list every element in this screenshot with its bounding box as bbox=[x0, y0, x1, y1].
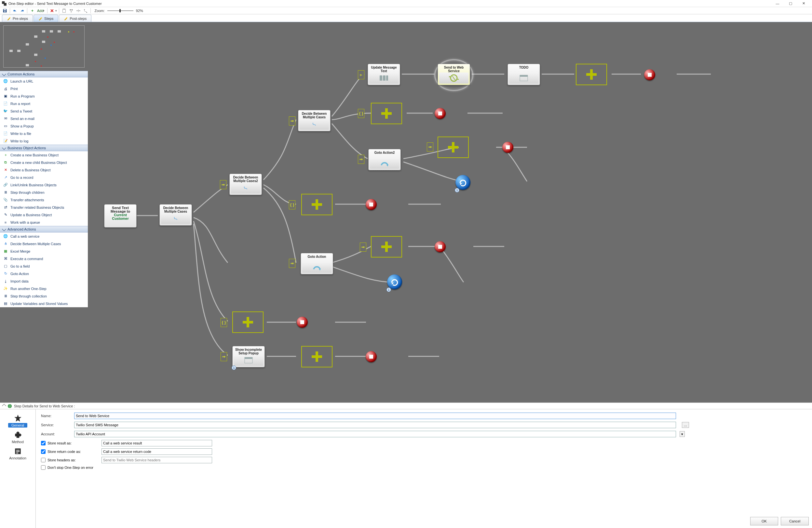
action-write-log[interactable]: 📝Write to log bbox=[0, 137, 88, 145]
node-goto-action[interactable]: Goto Action bbox=[301, 253, 333, 274]
node-todo[interactable]: TODO bbox=[508, 64, 540, 85]
window-close[interactable]: ✕ bbox=[797, 0, 810, 7]
action-run-program[interactable]: ▣Run a Program bbox=[0, 92, 88, 100]
add-step-placeholder[interactable] bbox=[301, 346, 333, 367]
node-decide-2[interactable]: Decide Between Multiple Cases2 bbox=[229, 174, 262, 195]
details-tab-annotation[interactable]: Annotation bbox=[3, 446, 32, 461]
action-work-queue[interactable]: ≡Work with a queue bbox=[0, 218, 88, 226]
node-send-web-service[interactable]: Send to Web Service bbox=[437, 64, 470, 85]
add-step-placeholder[interactable] bbox=[437, 137, 469, 158]
tab-pre-steps[interactable]: Pre-steps bbox=[2, 15, 33, 22]
dropdown-icon[interactable]: ▾ bbox=[680, 431, 685, 437]
input-store-code[interactable] bbox=[102, 448, 212, 455]
connector-stub[interactable]: ▹ bbox=[358, 70, 364, 79]
node-send-text-message[interactable]: Send Text Message to Current Customer bbox=[104, 204, 136, 228]
input-service[interactable] bbox=[74, 422, 676, 428]
end-node[interactable] bbox=[435, 241, 446, 252]
input-name[interactable] bbox=[74, 412, 676, 419]
plus-icon[interactable]: ＋ bbox=[29, 8, 35, 14]
distribute-icon[interactable] bbox=[75, 8, 81, 14]
connector-stub[interactable]: ⇒ bbox=[358, 155, 364, 164]
window-maximize[interactable]: ▢ bbox=[784, 0, 797, 7]
node-decide-3[interactable]: Decide Between Multiple Cases bbox=[298, 110, 331, 131]
minimap[interactable] bbox=[3, 25, 85, 67]
align-icon[interactable] bbox=[68, 8, 74, 14]
action-exec-command[interactable]: ⌘Execute a command bbox=[0, 255, 88, 262]
input-store-result[interactable] bbox=[102, 440, 212, 447]
action-create-child-bo[interactable]: ⧉Create a new child Business Object bbox=[0, 159, 88, 166]
end-node[interactable] bbox=[435, 108, 446, 119]
action-update-vars[interactable]: ▤Update Variables and Stored Values bbox=[0, 300, 88, 307]
node-decide-1[interactable]: Decide Between Multiple Cases bbox=[159, 204, 192, 226]
end-node[interactable] bbox=[644, 69, 655, 80]
action-delete-bo[interactable]: ✕Delete a Business Object bbox=[0, 166, 88, 174]
panel-common-actions[interactable]: Common Actions bbox=[0, 71, 88, 77]
undo-icon[interactable] bbox=[12, 8, 18, 14]
node-goto-action2[interactable]: Goto Action2 bbox=[368, 149, 401, 170]
connector-stub[interactable]: ⇒ bbox=[220, 352, 227, 361]
delete-icon[interactable]: ✕ bbox=[49, 8, 55, 13]
action-import-data[interactable]: ⭳Import data bbox=[0, 277, 88, 285]
details-tab-general[interactable]: General bbox=[3, 412, 32, 429]
end-node[interactable] bbox=[502, 142, 513, 153]
action-goto-record[interactable]: ↗Go to a record bbox=[0, 174, 88, 181]
action-show-popup[interactable]: ▭Show a Popup bbox=[0, 122, 88, 130]
branch-icon[interactable] bbox=[83, 8, 88, 14]
panel-bo-actions[interactable]: Business Object Actions bbox=[0, 145, 88, 151]
details-header[interactable]: Step Details for Send to Web Service : bbox=[0, 403, 812, 409]
action-run-onestep[interactable]: ✨Run another One-Step bbox=[0, 285, 88, 292]
action-run-report[interactable]: 📄Run a report bbox=[0, 100, 88, 107]
action-step-children[interactable]: ≣Step through children bbox=[0, 188, 88, 196]
add-step-placeholder[interactable] bbox=[371, 103, 402, 124]
node-show-popup[interactable]: Show Incomplete Setup Popup bbox=[232, 346, 265, 367]
input-store-headers[interactable] bbox=[102, 457, 212, 463]
chk-store-headers[interactable] bbox=[41, 458, 45, 462]
connector-stub[interactable]: ⇒ bbox=[427, 142, 433, 151]
connector-stub[interactable]: ⇒ bbox=[220, 180, 227, 189]
add-step-placeholder[interactable] bbox=[232, 312, 263, 333]
cancel-button[interactable]: Cancel bbox=[781, 517, 809, 525]
action-update-bo[interactable]: ✎Update a Business Object bbox=[0, 211, 88, 218]
action-send-email[interactable]: ✉Send an e-mail bbox=[0, 115, 88, 122]
node-update-message[interactable]: Update Message Text bbox=[367, 64, 400, 85]
action-send-tweet[interactable]: 🐦Send a Tweet bbox=[0, 107, 88, 115]
zoom-thumb[interactable] bbox=[119, 9, 121, 12]
window-minimize[interactable]: — bbox=[771, 0, 784, 7]
ok-button[interactable]: OK bbox=[750, 517, 778, 525]
add-step-placeholder[interactable] bbox=[576, 64, 607, 85]
connector-stub[interactable]: ⇒ bbox=[289, 259, 295, 268]
end-node[interactable] bbox=[297, 317, 308, 328]
chk-store-result[interactable] bbox=[41, 441, 45, 446]
action-call-webservice[interactable]: 🌐Call a web service bbox=[0, 232, 88, 240]
action-goto-action[interactable]: ↻Goto Action bbox=[0, 270, 88, 277]
action-transfer-attach[interactable]: 📎Transfer attachments bbox=[0, 196, 88, 203]
action-transfer-related[interactable]: ⇄Transfer related Business Objects bbox=[0, 203, 88, 211]
clipboard-icon[interactable] bbox=[61, 8, 67, 14]
end-node[interactable] bbox=[366, 351, 377, 362]
action-step-collection[interactable]: ≣Step through collection bbox=[0, 292, 88, 300]
input-account[interactable] bbox=[74, 431, 676, 437]
connector-stub[interactable]: ⇒ bbox=[360, 243, 366, 252]
add-step-placeholder[interactable] bbox=[371, 236, 402, 257]
redo-icon[interactable] bbox=[19, 8, 25, 14]
panel-adv-actions[interactable]: Advanced Actions bbox=[0, 226, 88, 232]
workflow-canvas[interactable]: Send Text Message to Current Customer De… bbox=[88, 22, 812, 403]
details-tab-method[interactable]: Method bbox=[3, 429, 32, 445]
action-goto-field[interactable]: ▢Go to a field bbox=[0, 262, 88, 270]
action-launch-url[interactable]: 🌐Launch a URL bbox=[0, 77, 88, 85]
zoom-slider[interactable] bbox=[107, 11, 133, 11]
action-print[interactable]: 🖨Print bbox=[0, 85, 88, 92]
chk-store-code[interactable] bbox=[41, 449, 45, 454]
action-link-unlink[interactable]: 🔗Link/Unlink Business Objects bbox=[0, 181, 88, 188]
chk-dont-stop[interactable] bbox=[41, 465, 45, 470]
add-button[interactable]: Add▾ bbox=[37, 9, 45, 13]
tab-steps[interactable]: Steps bbox=[33, 15, 58, 22]
end-node[interactable] bbox=[366, 199, 377, 210]
loop-node[interactable] bbox=[455, 175, 470, 190]
tab-post-steps[interactable]: Post-steps bbox=[59, 15, 91, 22]
connector-stub[interactable]: { } bbox=[289, 200, 295, 209]
action-excel-merge[interactable]: ▦Excel Merge bbox=[0, 247, 88, 255]
action-write-file[interactable]: 📄Write to a file bbox=[0, 130, 88, 137]
save-icon[interactable] bbox=[2, 8, 8, 14]
connector-stub[interactable]: ⇒ bbox=[289, 116, 295, 125]
